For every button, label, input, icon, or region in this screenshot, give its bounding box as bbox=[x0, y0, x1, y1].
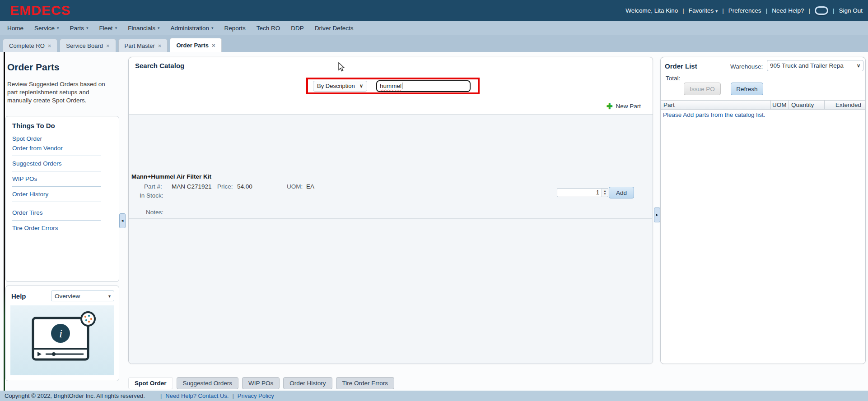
nav-item-administration[interactable]: Administration▾ bbox=[170, 25, 213, 32]
header-separator: | bbox=[766, 7, 768, 14]
sign-out-link[interactable]: Sign Out bbox=[839, 7, 863, 14]
footer-separator: | bbox=[232, 392, 233, 399]
refresh-button[interactable]: Refresh bbox=[731, 83, 763, 95]
order-list-title: Order List bbox=[665, 62, 697, 70]
spinner-down-icon[interactable]: ▼ bbox=[604, 193, 607, 196]
sidebar-link-spot-order[interactable]: Spot Order bbox=[12, 134, 112, 143]
caret-down-icon: ▾ bbox=[115, 26, 117, 30]
page-title: Order Parts bbox=[7, 62, 119, 73]
issue-po-button[interactable]: Issue PO bbox=[684, 83, 721, 95]
close-icon[interactable]: × bbox=[212, 42, 215, 49]
sidebar-link-order-history[interactable]: Order History bbox=[12, 189, 112, 199]
divider bbox=[12, 220, 101, 221]
tab-order-parts[interactable]: Order Parts× bbox=[170, 38, 221, 52]
divider bbox=[12, 186, 101, 187]
tab-part-master[interactable]: Part Master× bbox=[118, 39, 168, 52]
column-extended: Extended bbox=[835, 101, 861, 108]
video-player-illustration: i bbox=[19, 309, 105, 372]
caret-down-icon: ▾ bbox=[158, 26, 160, 30]
sidebar-link-order-tires[interactable]: Order Tires bbox=[12, 208, 112, 217]
collapse-orderlist-button[interactable]: ► bbox=[654, 207, 660, 222]
help-topic-select[interactable]: Overview ▾ bbox=[51, 290, 114, 301]
notes-label: Notes: bbox=[146, 209, 163, 216]
header-separator: | bbox=[682, 7, 684, 14]
preferences-link[interactable]: Preferences bbox=[728, 7, 761, 14]
chevron-down-icon: ∨ bbox=[359, 83, 363, 89]
page-description: Review Suggested Orders based on part re… bbox=[7, 80, 115, 104]
warehouse-label: Warehouse: bbox=[730, 63, 763, 70]
add-part-button[interactable]: Add bbox=[609, 187, 634, 198]
total-label: Total: bbox=[666, 75, 680, 82]
sidebar-link-wip-pos[interactable]: WIP POs bbox=[12, 174, 112, 184]
tab-spot-order[interactable]: Spot Order bbox=[128, 377, 173, 389]
window-edge bbox=[4, 52, 5, 391]
tab-order-history[interactable]: Order History bbox=[283, 377, 332, 389]
new-part-button[interactable]: ✚ New Part bbox=[607, 102, 641, 111]
things-to-do-title: Things To Do bbox=[12, 122, 112, 129]
column-quantity: Quantity bbox=[791, 101, 814, 108]
order-view-tabs: Spot Order Suggested Orders WIP POs Orde… bbox=[128, 377, 394, 389]
header-separator: | bbox=[808, 7, 810, 14]
sidebar-link-suggested-orders[interactable]: Suggested Orders bbox=[12, 159, 112, 168]
footer: Copyright © 2022, BrightOrder Inc. All r… bbox=[0, 391, 868, 401]
search-by-select[interactable]: By Description ∨ bbox=[313, 81, 367, 92]
nav-item-service[interactable]: Service▾ bbox=[34, 25, 59, 32]
order-list-panel: Order List Warehouse: 905 Truck and Trai… bbox=[660, 57, 866, 364]
header-separator: | bbox=[833, 7, 835, 14]
order-list-empty-message: Please Add parts from the catalog list. bbox=[663, 111, 765, 118]
nav-item-reports[interactable]: Reports bbox=[224, 25, 246, 32]
divider bbox=[12, 205, 101, 205]
sidebar-link-order-from-vendor[interactable]: Order from Vendor bbox=[12, 143, 112, 153]
column-divider bbox=[770, 101, 771, 109]
collapse-sidebar-button[interactable]: ◄ bbox=[119, 213, 126, 228]
part-name: Mann+Hummel Air Filter Kit bbox=[131, 173, 211, 180]
header-separator: | bbox=[722, 7, 724, 14]
need-help-link[interactable]: Need Help? bbox=[772, 7, 804, 14]
tab-suggested-orders[interactable]: Suggested Orders bbox=[177, 377, 239, 389]
uom-label: UOM: bbox=[287, 183, 303, 190]
tab-complete-ro[interactable]: Complete RO× bbox=[3, 39, 57, 52]
part-number-value: MAN C271921 bbox=[172, 183, 212, 190]
warehouse-select[interactable]: 905 Truck and Trailer Repa ∨ bbox=[767, 60, 863, 71]
catalog-search-input[interactable]: hummel bbox=[376, 80, 471, 92]
nav-item-tech-ro[interactable]: Tech RO bbox=[257, 25, 280, 32]
close-icon[interactable]: × bbox=[106, 42, 110, 49]
emdecs-logo[interactable]: EMDECS bbox=[10, 3, 70, 18]
in-stock-label: In Stock: bbox=[140, 192, 163, 199]
plus-icon: ✚ bbox=[607, 102, 612, 111]
nav-item-driver-defects[interactable]: Driver Defects bbox=[315, 25, 354, 32]
quantity-input[interactable]: 1 bbox=[557, 188, 602, 197]
part-number-label: Part #: bbox=[144, 183, 162, 190]
tab-service-board[interactable]: Service Board× bbox=[60, 39, 116, 52]
caret-down-icon: ▾ bbox=[108, 294, 111, 299]
close-icon[interactable]: × bbox=[158, 42, 162, 49]
main-nav: Home Service▾ Parts▾ Fleet▾ Financials▾ … bbox=[0, 21, 868, 35]
footer-separator: | bbox=[160, 392, 162, 399]
tab-tire-order-errors[interactable]: Tire Order Errors bbox=[336, 377, 395, 389]
nav-item-home[interactable]: Home bbox=[7, 25, 23, 32]
close-icon[interactable]: × bbox=[48, 42, 51, 49]
contact-us-link[interactable]: Need Help? Contact Us. bbox=[165, 392, 229, 399]
arrow-right-icon: ► bbox=[655, 213, 659, 217]
nav-item-ddp[interactable]: DDP bbox=[291, 25, 304, 32]
tab-wip-pos[interactable]: WIP POs bbox=[242, 377, 280, 389]
emdecs-app-window: EMDECS Welcome, Lita Kino | Favorites▾ |… bbox=[0, 0, 868, 401]
price-value: 54.00 bbox=[237, 183, 252, 190]
nav-item-financials[interactable]: Financials▾ bbox=[128, 25, 159, 32]
spinner-up-icon[interactable]: ▲ bbox=[604, 189, 607, 193]
nav-item-parts[interactable]: Parts▾ bbox=[70, 25, 89, 32]
text-cursor bbox=[402, 83, 402, 89]
divider bbox=[12, 171, 101, 171]
quantity-stepper[interactable]: ▲ ▼ bbox=[602, 188, 608, 197]
module-tab-bar: Complete RO× Service Board× Part Master×… bbox=[0, 35, 868, 52]
sidebar-link-tire-order-errors[interactable]: Tire Order Errors bbox=[12, 223, 112, 233]
left-sidebar: Order Parts Review Suggested Orders base… bbox=[5, 52, 119, 381]
header-user-menu: Welcome, Lita Kino | Favorites▾ | Prefer… bbox=[625, 0, 863, 21]
order-list-header-row: Part UOM Quantity Extended bbox=[661, 100, 865, 110]
column-part: Part bbox=[663, 101, 675, 108]
help-video-thumbnail[interactable]: i bbox=[10, 305, 114, 375]
privacy-policy-link[interactable]: Privacy Policy bbox=[238, 392, 274, 399]
favorites-menu[interactable]: Favorites▾ bbox=[689, 7, 718, 14]
nav-item-fleet[interactable]: Fleet▾ bbox=[99, 25, 117, 32]
chat-bubble-icon[interactable] bbox=[815, 6, 828, 15]
